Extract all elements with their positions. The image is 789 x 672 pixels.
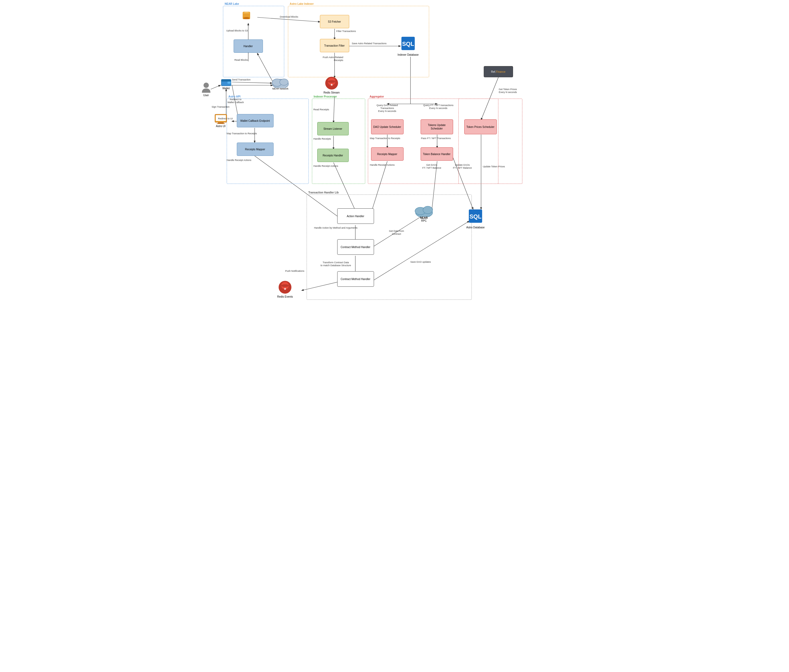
svg-rect-49 xyxy=(227,82,231,84)
pass-ft-nft-label: Pass FT / NFT Transactions xyxy=(421,137,451,140)
svg-point-61 xyxy=(281,284,289,287)
astro-api-region: Astro API xyxy=(227,99,309,184)
near-rpc-icon: NEAR RPC xyxy=(413,203,436,222)
map-tx-receipts-agg-label: Map Transaction to Receipts xyxy=(370,137,400,140)
svg-text:SQL: SQL xyxy=(470,213,481,220)
svg-point-44 xyxy=(328,80,335,83)
svg-text:★: ★ xyxy=(284,287,287,290)
tx-handler-lib-region: Transaction Handler Lib xyxy=(307,195,472,300)
svg-point-41 xyxy=(280,79,288,85)
dao-update-scheduler-box: DAO Update Scheduler xyxy=(371,119,404,134)
save-dao-label: Save DAO updates xyxy=(410,261,431,264)
action-handler-box: Action Handler xyxy=(337,208,374,224)
map-tx-receipts-api-label: Map Transaction to Receipts xyxy=(227,132,257,135)
user-icon: User xyxy=(200,82,213,97)
astro-db-icon: SQL Astro Database xyxy=(466,207,485,229)
get-token-prices-label: Get Token PricesEvery N seconds xyxy=(490,88,517,94)
receipts-mapper-api-box: Receipts Mapper xyxy=(237,142,273,156)
transform-contract-label: Transform Contract Datato match Database… xyxy=(312,261,360,267)
near-bucket-icon xyxy=(241,10,252,22)
indexer-processor-region: Indexer Processor xyxy=(312,99,365,184)
wallet-icon: Wallet xyxy=(219,78,233,90)
indexer-db-icon: SQL Indexer Database xyxy=(398,35,419,56)
stream-listener-box: Stream Listener xyxy=(317,122,349,135)
send-tx-label: Send Transaction xyxy=(232,78,251,81)
update-daos-ft-label: Update DAOsFT / NFT Balance xyxy=(453,163,472,170)
handle-receipt-actions-agg-label: Handle Receipt Actions xyxy=(370,163,395,166)
token-balance-handler-box: Token Balance Handler xyxy=(421,147,453,161)
wallet-callback-box: Wallet Callback Endpoint xyxy=(237,114,273,127)
receipts-mapper-agg-box: Receipts Mapper xyxy=(371,147,404,161)
diagram-container: NEAR Lake Astro Lake Indexer Astro API I… xyxy=(197,0,592,336)
tx-handler-lib-label: Transaction Handler Lib xyxy=(308,191,339,194)
handle-receipt-actions-ip-label: Handle Receipt Actions xyxy=(313,165,338,168)
svg-point-46 xyxy=(203,83,209,88)
update-token-prices-label: Update Token Prices xyxy=(483,165,505,168)
svg-line-16 xyxy=(232,82,272,83)
redirect-ui-label: Redirect to UI xyxy=(218,117,233,120)
sign-tx-label: Sign Transaction xyxy=(212,106,230,109)
aggregator-label: Aggregator xyxy=(370,95,384,98)
astro-api-label: Astro API xyxy=(228,95,241,98)
svg-text:SQL: SQL xyxy=(402,40,414,47)
token-prices-scheduler-box: Token Prices Scheduler xyxy=(464,119,497,134)
svg-point-56 xyxy=(423,206,433,214)
tx-filter-box: Transaction Filter xyxy=(320,39,349,52)
astro-ui-icon: Astro UI xyxy=(213,114,229,128)
indexer-processor-label: Indexer Processor xyxy=(314,95,337,98)
handle-receipt-actions-api-label: Handle Receipt Actions xyxy=(227,159,251,162)
redis-stream-icon: ★ Redis Stream xyxy=(324,76,340,94)
download-blocks-label: Download Blocks xyxy=(280,16,298,18)
handle-receipts-ip-label: Handle Receipts xyxy=(313,138,331,141)
contract-method-handler1-box: Contract Method Handler xyxy=(337,239,374,255)
near-network-icon: NEAR Network xyxy=(270,75,291,90)
handle-action-label: Handle Action by Method and Arguments xyxy=(312,227,360,229)
upload-to-s3-label: Upload Blocks to S3 xyxy=(224,29,248,32)
near-lake-label: NEAR Lake xyxy=(225,2,239,5)
astro-lake-label: Astro Lake Indexer xyxy=(290,2,314,5)
svg-rect-53 xyxy=(217,123,225,124)
filter-transactions-label: Filter Transactions xyxy=(337,30,356,33)
svg-rect-48 xyxy=(221,79,231,82)
read-receipts-label: Read Receipts xyxy=(313,108,329,111)
s3-fetcher-box: S3 Fetcher xyxy=(320,15,349,28)
redis-events-icon: ★ Redis Events xyxy=(277,280,293,298)
query-dao-label: Query DAO Related TransactionsEvery N se… xyxy=(370,104,405,112)
save-astro-label: Save Astro Related Transactions xyxy=(352,42,387,45)
query-ft-nft-label: Query FT / NFT transactionsEvery N secon… xyxy=(421,104,456,110)
contract-method-handler2-box: Contract Method Handler xyxy=(337,271,374,287)
handler-box: Handler xyxy=(233,40,263,53)
token-prices-region xyxy=(458,99,522,184)
ref-finance-box: Ref.Finance xyxy=(484,66,513,77)
push-astro-label: Push Astro RelatedReceipts xyxy=(314,56,343,62)
tokens-update-scheduler-box: Tokens Update Scheduler xyxy=(421,119,453,134)
get-data-contract-label: Get Data fromContract xyxy=(381,230,413,235)
svg-point-36 xyxy=(243,17,249,19)
receipts-handler-box: Receipts Handler xyxy=(317,149,349,162)
redirect-wallet-label: Redirect toWallet Callback xyxy=(225,98,246,104)
push-notifications-label: Push Notifications xyxy=(285,270,305,273)
svg-text:★: ★ xyxy=(330,83,333,86)
get-daos-ft-label: Get DAOsFT / NFT Balance xyxy=(422,163,441,170)
read-blocks-label: Read Blocks xyxy=(224,59,248,62)
